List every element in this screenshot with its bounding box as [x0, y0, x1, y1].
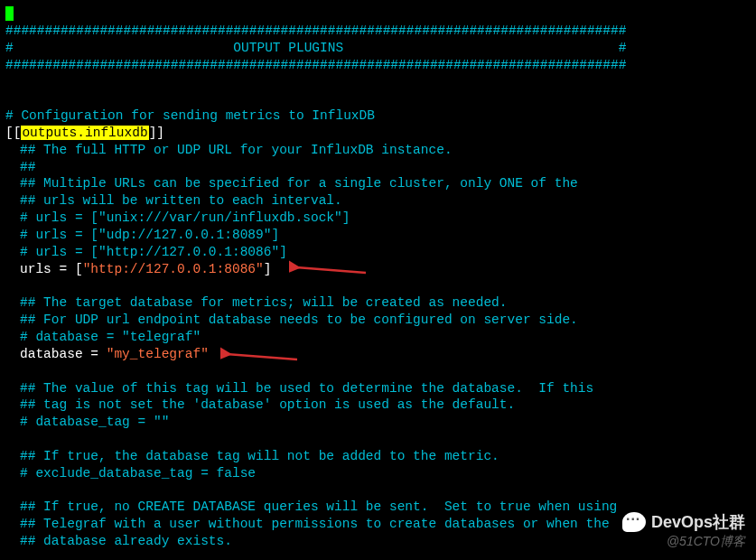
chat-icon [622, 512, 646, 532]
comment-line: # urls = ["udp://127.0.0.1:8089"] [5, 227, 751, 244]
database-value: "my_telegraf" [107, 347, 209, 361]
comment-line: # urls = ["http://127.0.0.1:8086"] [5, 244, 751, 261]
comment-line: # database = "telegraf" [5, 329, 751, 346]
urls-value: "http://127.0.0.1:8086" [83, 262, 264, 276]
comment-line: ## The target database for metrics; will… [5, 294, 751, 312]
highlighted-section: outputs.influxdb [21, 126, 148, 140]
terminal-content[interactable]: ########################################… [5, 5, 751, 550]
comment-line: ## tag is not set the 'database' option … [5, 397, 751, 414]
comment-line: # exclude_database_tag = false [5, 465, 751, 482]
comment-line: ## If true, the database tag will not be… [5, 448, 751, 465]
border-line: ########################################… [5, 23, 751, 40]
watermark-blog: @51CTO博客 [667, 533, 745, 549]
comment-line: ## The full HTTP or UDP URL for your Inf… [5, 142, 751, 159]
comment-line: ## Multiple URLs can be specified for a … [5, 175, 751, 192]
database-setting: database = "my_telegraf" [5, 346, 751, 363]
comment-line: ## [5, 159, 751, 176]
section-declaration: [[outputs.influxdb]] [5, 125, 751, 142]
border-title-line: # OUTPUT PLUGINS # [5, 40, 751, 57]
cursor-block [5, 6, 14, 21]
comment-line: ## The value of this tag will be used to… [5, 380, 751, 397]
comment-line: ## For UDP url endpoint database needs t… [5, 312, 751, 329]
comment-line: ## urls will be written to each interval… [5, 192, 751, 210]
comment-line: # Configuration for sending metrics to I… [5, 107, 751, 125]
urls-setting: urls = ["http://127.0.0.1:8086"] [5, 261, 751, 278]
comment-line: # urls = ["unix:///var/run/influxdb.sock… [5, 210, 751, 227]
comment-line: ## database already exists. [5, 533, 751, 550]
watermark-devops: DevOps社群 [622, 512, 745, 533]
comment-line: # database_tag = "" [5, 414, 751, 431]
border-line: ########################################… [5, 57, 751, 74]
